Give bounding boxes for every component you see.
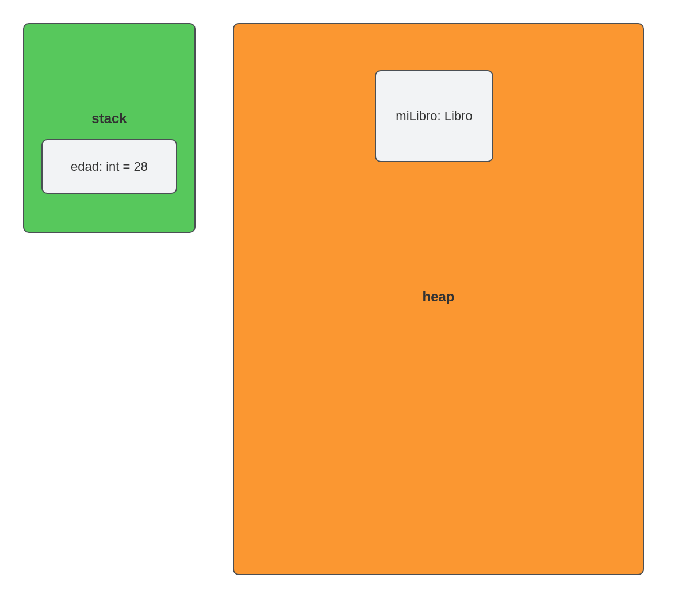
stack-region: stack edad: int = 28 <box>23 23 196 233</box>
stack-entry: edad: int = 28 <box>41 139 177 194</box>
heap-entry: miLibro: Libro <box>375 70 493 162</box>
heap-title: heap <box>422 289 454 305</box>
stack-entry-label: edad: int = 28 <box>71 159 148 174</box>
heap-entry-label: miLibro: Libro <box>396 109 472 124</box>
stack-title: stack <box>91 110 127 127</box>
heap-region: miLibro: Libro heap <box>233 23 644 575</box>
